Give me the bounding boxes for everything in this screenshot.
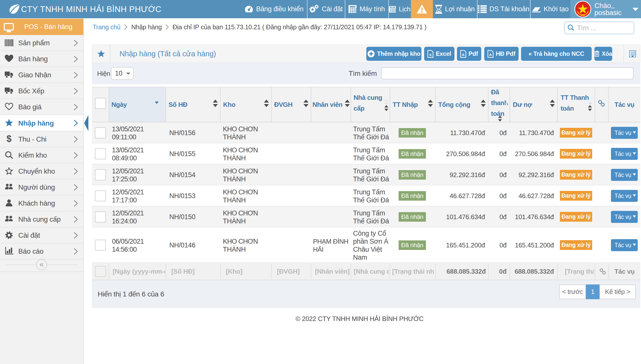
svg-text:$: $	[7, 135, 12, 144]
svg-text:A: A	[489, 53, 492, 57]
svg-text:A: A	[462, 53, 465, 57]
svg-text:x: x	[429, 53, 432, 57]
